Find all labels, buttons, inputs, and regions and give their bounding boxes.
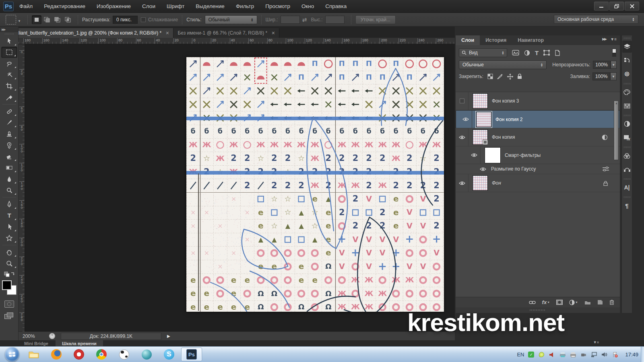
panel-tab-слои[interactable]: Слои <box>456 35 480 45</box>
layer-thumbnail[interactable] <box>473 175 488 191</box>
layer-visibility-eye-icon[interactable] <box>468 146 481 164</box>
menu-item-выделение[interactable]: Выделение <box>196 3 225 9</box>
refine-edge-button[interactable]: Уточн. край... <box>355 15 396 24</box>
feather-input[interactable]: 0 пикс. <box>113 16 138 24</box>
layer-visibility-eye-icon[interactable] <box>459 111 472 128</box>
layer-visibility-eye-icon[interactable] <box>456 128 469 146</box>
workspace-select[interactable]: Основная рабочая среда▲▼ <box>554 15 638 24</box>
layer-thumbnail[interactable] <box>476 112 491 127</box>
lock-pixels-icon[interactable] <box>497 74 503 79</box>
tab-close-icon[interactable]: ✕ <box>165 31 169 36</box>
tray-power-icon[interactable] <box>580 351 587 358</box>
layer-thumbnail[interactable] <box>473 93 488 109</box>
quick-selection-tool[interactable] <box>1 69 17 80</box>
dodge-tool[interactable] <box>1 185 17 196</box>
filter-type-layers-icon[interactable]: T <box>535 49 539 56</box>
layer-name[interactable]: Фон копия 2 <box>495 117 523 122</box>
selection-mode-new-button[interactable] <box>32 15 41 24</box>
quick-mask-button[interactable] <box>4 300 14 308</box>
crop-tool[interactable] <box>1 80 17 92</box>
gradient-tool[interactable] <box>1 162 17 173</box>
opacity-value[interactable]: 100% <box>593 61 611 69</box>
color-swatches[interactable] <box>2 280 17 295</box>
lock-transparency-icon[interactable] <box>487 74 493 79</box>
new-layer-button[interactable] <box>597 300 603 305</box>
menu-item-слои[interactable]: Слои <box>142 3 155 9</box>
foreground-color-swatch[interactable] <box>2 280 12 290</box>
panel-tab-навигатор[interactable]: Навигатор <box>512 35 549 45</box>
lock-all-icon[interactable] <box>517 74 522 79</box>
height-input[interactable] <box>325 16 345 24</box>
paths-panel-icon[interactable] <box>622 163 632 175</box>
document-size-info[interactable]: Док: 224.8K/899.1K <box>61 333 161 340</box>
fill-value[interactable]: 100% <box>592 72 610 80</box>
channels-panel-icon[interactable] <box>622 150 632 162</box>
layer-visibility-eye-icon[interactable] <box>477 164 489 174</box>
layer-name[interactable]: Фон копия 3 <box>492 98 519 104</box>
layers-scrollbar[interactable] <box>614 101 619 160</box>
document-canvas-cross-stitch-chart[interactable] <box>186 57 444 312</box>
taskbar-app-cow[interactable] <box>114 348 134 361</box>
taskbar-app-chrome[interactable] <box>91 348 112 361</box>
tool-preset-icon[interactable] <box>6 15 16 25</box>
layer-row-фон-копия[interactable]: Фон копия <box>456 128 620 146</box>
rectangular-marquee-tool[interactable] <box>1 47 17 58</box>
tray-antivirus-icon[interactable]: ✓ <box>528 351 535 358</box>
character-panel-icon[interactable]: A| <box>622 181 632 193</box>
history-panel-icon[interactable] <box>622 54 632 66</box>
layer-row-фон-копия-2[interactable]: Фон копия 2 <box>456 110 620 128</box>
menu-item-справка[interactable]: Справка <box>325 3 347 9</box>
menu-item-фильтр[interactable]: Фильтр <box>236 3 254 9</box>
menu-item-файл[interactable]: Файл <box>19 3 33 9</box>
brush-tool[interactable] <box>1 117 17 128</box>
filter-toggle-switch[interactable] <box>612 49 617 57</box>
layer-name[interactable]: Размытие по Гауссу <box>491 166 536 172</box>
panel-menu-icon[interactable]: ▼≡ <box>610 37 617 41</box>
filter-smart-objects-icon[interactable] <box>555 50 560 56</box>
tray-action-center-icon[interactable] <box>611 351 618 358</box>
smart-filters-mask-thumbnail[interactable] <box>485 147 501 163</box>
color-panel-icon[interactable] <box>622 86 632 98</box>
layer-row-смарт-фильтры[interactable]: Смарт-фильтры <box>456 146 620 164</box>
navigator-panel-icon[interactable]: ☸ <box>622 68 632 80</box>
taskbar-app-skype[interactable]: S <box>159 348 180 361</box>
clock[interactable]: 17:49 <box>625 352 638 358</box>
custom-shape-tool[interactable] <box>1 232 17 244</box>
eyedropper-tool[interactable] <box>1 92 17 103</box>
path-selection-tool[interactable] <box>1 221 17 232</box>
layer-row-фон[interactable]: Фон <box>456 174 620 192</box>
taskbar-app-opera[interactable] <box>68 348 89 361</box>
layer-row-размытие-по-гауссу[interactable]: Размытие по Гауссу <box>456 164 620 174</box>
default-swap-colors-icon[interactable] <box>4 272 14 277</box>
layer-row-фон-копия-3[interactable]: Фон копия 3 <box>456 92 620 110</box>
layer-filter-select[interactable]: Вид ▲▼ <box>459 48 507 57</box>
adjustments-panel-icon[interactable] <box>622 118 632 130</box>
zoom-level[interactable]: 200% <box>23 333 43 339</box>
panel-tab-история[interactable]: История <box>480 35 512 45</box>
lock-position-icon[interactable] <box>507 74 513 80</box>
dock-collapse-icon[interactable]: ▶▶ <box>602 37 606 41</box>
timeline-panel-menu-icon[interactable]: ▼≡ <box>593 340 599 344</box>
lasso-tool[interactable] <box>1 58 17 69</box>
style-select[interactable]: Обычный▲▼ <box>205 15 257 24</box>
fill-dropdown-icon[interactable]: ▼ <box>610 72 617 80</box>
paragraph-panel-icon[interactable]: ¶ <box>622 200 632 212</box>
minimize-button[interactable] <box>594 2 609 10</box>
start-button[interactable] <box>5 347 19 362</box>
antialias-checkbox[interactable] <box>141 17 146 22</box>
layer-visibility-eye-icon[interactable] <box>456 174 469 192</box>
link-layers-button[interactable] <box>529 300 536 304</box>
pen-tool[interactable] <box>1 199 17 210</box>
swap-dimensions-icon[interactable]: ⇄ <box>302 16 307 23</box>
layers-panel-icon[interactable] <box>622 41 632 53</box>
menu-item-просмотр[interactable]: Просмотр <box>265 3 290 9</box>
filter-shape-layers-icon[interactable] <box>543 50 550 56</box>
healing-brush-tool[interactable] <box>1 106 17 117</box>
selection-mode-subtract-button[interactable] <box>53 15 62 24</box>
close-button[interactable] <box>625 2 639 10</box>
tab-close-icon[interactable]: ✕ <box>271 31 275 36</box>
menu-item-изображение[interactable]: Изображение <box>97 3 131 9</box>
new-group-button[interactable] <box>584 300 591 305</box>
taskbar-app-globe[interactable] <box>136 348 157 361</box>
swatches-panel-icon[interactable] <box>622 100 632 112</box>
